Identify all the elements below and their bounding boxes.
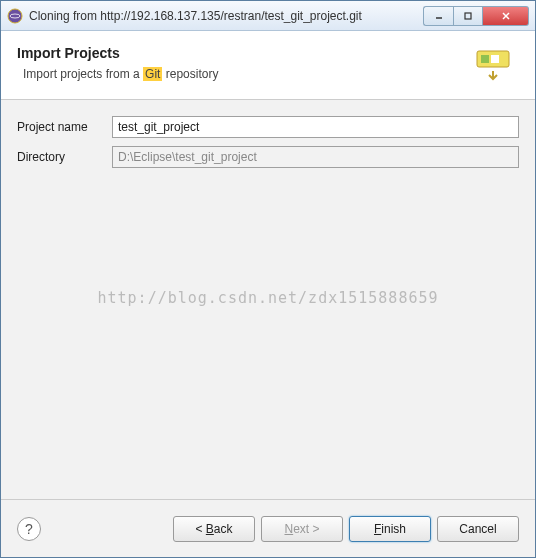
dialog-window: Cloning from http://192.168.137.135/rest… — [0, 0, 536, 558]
finish-button[interactable]: Finish — [349, 516, 431, 542]
directory-input — [112, 146, 519, 168]
form-area: Project name Directory http://blog.csdn.… — [1, 100, 535, 499]
watermark-text: http://blog.csdn.net/zdx1515888659 — [97, 289, 438, 307]
wizard-header: Import Projects Import projects from a G… — [1, 31, 535, 100]
svg-rect-3 — [465, 13, 471, 19]
minimize-button[interactable] — [423, 6, 453, 26]
close-button[interactable] — [483, 6, 529, 26]
next-button: Next > — [261, 516, 343, 542]
button-bar: ? < Back Next > Finish Cancel — [1, 499, 535, 557]
back-button[interactable]: < Back — [173, 516, 255, 542]
import-icon — [471, 43, 519, 83]
svg-rect-7 — [481, 55, 489, 63]
titlebar[interactable]: Cloning from http://192.168.137.135/rest… — [1, 1, 535, 31]
svg-rect-8 — [491, 55, 499, 63]
window-title: Cloning from http://192.168.137.135/rest… — [29, 9, 423, 23]
project-name-label: Project name — [17, 120, 112, 134]
window-controls — [423, 6, 529, 26]
eclipse-icon — [7, 8, 23, 24]
help-button[interactable]: ? — [17, 517, 41, 541]
question-icon: ? — [25, 521, 33, 537]
git-highlight: Git — [143, 67, 162, 81]
project-name-input[interactable] — [112, 116, 519, 138]
directory-label: Directory — [17, 150, 112, 164]
cancel-button[interactable]: Cancel — [437, 516, 519, 542]
maximize-button[interactable] — [453, 6, 483, 26]
page-title: Import Projects — [17, 45, 471, 61]
page-subtitle: Import projects from a Git repository — [17, 67, 471, 81]
